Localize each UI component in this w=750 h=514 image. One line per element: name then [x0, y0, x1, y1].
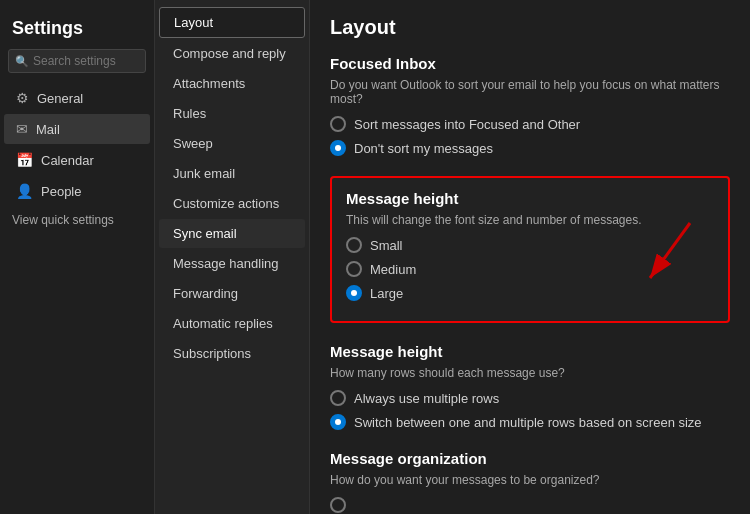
nav-item-junk[interactable]: Junk email — [159, 159, 305, 188]
radio-always-multiple-input[interactable] — [330, 390, 346, 406]
middle-nav: Layout Compose and reply Attachments Rul… — [155, 0, 310, 514]
sidebar-item-people[interactable]: 👤 People — [4, 176, 150, 206]
nav-item-subscriptions[interactable]: Subscriptions — [159, 339, 305, 368]
sidebar-item-calendar[interactable]: 📅 Calendar — [4, 145, 150, 175]
message-organization-description: How do you want your messages to be orga… — [330, 473, 730, 487]
radio-org-option[interactable] — [330, 497, 730, 513]
search-icon: 🔍 — [15, 55, 29, 68]
mail-icon: ✉ — [16, 121, 28, 137]
sidebar-item-label: Calendar — [41, 153, 94, 168]
search-box[interactable]: 🔍 — [8, 49, 146, 73]
main-content: Layout Focused Inbox Do you want Outlook… — [310, 0, 750, 514]
nav-item-rules[interactable]: Rules — [159, 99, 305, 128]
svg-line-1 — [650, 223, 690, 278]
radio-dont-sort-label: Don't sort my messages — [354, 141, 493, 156]
message-height-box-title: Message height — [346, 190, 714, 207]
red-arrow-icon — [620, 213, 700, 293]
focused-inbox-description: Do you want Outlook to sort your email t… — [330, 78, 730, 106]
focused-inbox-title: Focused Inbox — [330, 55, 730, 72]
focused-inbox-section: Focused Inbox Do you want Outlook to sor… — [330, 55, 730, 156]
radio-sort-focused-label: Sort messages into Focused and Other — [354, 117, 580, 132]
radio-dont-sort[interactable]: Don't sort my messages — [330, 140, 730, 156]
sidebar-item-label: People — [41, 184, 81, 199]
radio-sort-focused-input[interactable] — [330, 116, 346, 132]
nav-item-attachments[interactable]: Attachments — [159, 69, 305, 98]
sidebar-item-label: General — [37, 91, 83, 106]
radio-org-input[interactable] — [330, 497, 346, 513]
sidebar-item-mail[interactable]: ✉ Mail — [4, 114, 150, 144]
radio-medium-label: Medium — [370, 262, 416, 277]
page-title: Layout — [330, 16, 730, 39]
nav-item-customize[interactable]: Customize actions — [159, 189, 305, 218]
nav-item-sync[interactable]: Sync email — [159, 219, 305, 248]
nav-item-message-handling[interactable]: Message handling — [159, 249, 305, 278]
radio-always-multiple-label: Always use multiple rows — [354, 391, 499, 406]
message-organization-title: Message organization — [330, 450, 730, 467]
radio-small-label: Small — [370, 238, 403, 253]
people-icon: 👤 — [16, 183, 33, 199]
search-input[interactable] — [33, 54, 139, 68]
sidebar-item-label: Mail — [36, 122, 60, 137]
calendar-icon: 📅 — [16, 152, 33, 168]
radio-medium-input[interactable] — [346, 261, 362, 277]
message-height-rows-description: How many rows should each message use? — [330, 366, 730, 380]
radio-switch-rows[interactable]: Switch between one and multiple rows bas… — [330, 414, 730, 430]
radio-dont-sort-input[interactable] — [330, 140, 346, 156]
radio-always-multiple[interactable]: Always use multiple rows — [330, 390, 730, 406]
nav-item-forwarding[interactable]: Forwarding — [159, 279, 305, 308]
message-height-rows-section: Message height How many rows should each… — [330, 343, 730, 430]
message-organization-section: Message organization How do you want you… — [330, 450, 730, 513]
radio-switch-rows-input[interactable] — [330, 414, 346, 430]
sidebar-item-general[interactable]: ⚙ General — [4, 83, 150, 113]
radio-small-input[interactable] — [346, 237, 362, 253]
radio-sort-focused[interactable]: Sort messages into Focused and Other — [330, 116, 730, 132]
nav-item-sweep[interactable]: Sweep — [159, 129, 305, 158]
message-height-rows-title: Message height — [330, 343, 730, 360]
app-title: Settings — [0, 10, 154, 49]
nav-item-auto-replies[interactable]: Automatic replies — [159, 309, 305, 338]
nav-item-compose[interactable]: Compose and reply — [159, 39, 305, 68]
quick-settings-link[interactable]: View quick settings — [0, 207, 154, 233]
sidebar: Settings 🔍 ⚙ General ✉ Mail 📅 Calendar 👤… — [0, 0, 155, 514]
radio-switch-rows-label: Switch between one and multiple rows bas… — [354, 415, 702, 430]
radio-large-label: Large — [370, 286, 403, 301]
gear-icon: ⚙ — [16, 90, 29, 106]
radio-large-input[interactable] — [346, 285, 362, 301]
nav-item-layout[interactable]: Layout — [159, 7, 305, 38]
